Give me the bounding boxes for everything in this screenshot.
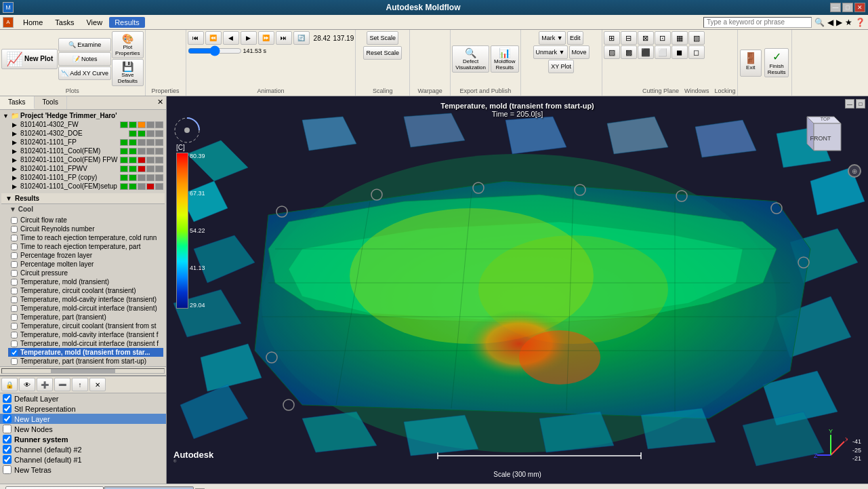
tree-item-6[interactable]: ▶ 8102401-1101_FP (copy) [1, 173, 165, 182]
exit-button[interactable]: 🚪 Exit [740, 50, 762, 77]
result-item-12[interactable]: Temperature, circuit coolant (transient … [8, 321, 163, 330]
result-item-4[interactable]: Percentage frozen layer [8, 251, 163, 260]
result-cb-4[interactable] [11, 252, 18, 259]
h-scrollbar[interactable] [1, 368, 165, 374]
layer-cb-2[interactable] [3, 414, 12, 423]
tree-item-1[interactable]: ▶ 8102401-4302_DOE [1, 129, 165, 138]
result-item-15[interactable]: Temperature, mold (transient from star..… [8, 348, 163, 357]
close-button[interactable]: ✕ [854, 3, 865, 12]
h-scrollbar-thumb[interactable] [51, 369, 116, 373]
icon-btn-11[interactable]: ◼ [671, 45, 688, 59]
layer-item-7[interactable]: New Tetras [0, 465, 166, 475]
mark-button[interactable]: Mark ▼ [539, 31, 565, 45]
anim-step-back[interactable]: ⏪ [205, 31, 222, 45]
result-item-0[interactable]: Circuit flow rate [8, 216, 163, 224]
xy-plot-button[interactable]: XY Plot [548, 60, 574, 73]
zoom-control[interactable]: ⊕ [848, 164, 861, 178]
icon-btn-2[interactable]: ⊟ [621, 31, 637, 45]
result-cb-14[interactable] [11, 340, 18, 347]
search-input[interactable] [703, 17, 812, 28]
icon-btn-3[interactable]: ⊠ [638, 31, 654, 45]
result-item-6[interactable]: Circuit pressure [8, 269, 163, 277]
anim-step-fwd[interactable]: ⏩ [258, 31, 274, 45]
result-item-5[interactable]: Percentage molten layer [8, 260, 163, 269]
search-icon[interactable]: 🔍 [814, 18, 825, 27]
layer-cb-3[interactable] [3, 425, 12, 433]
tree-item-3[interactable]: ▶ 8102401-1101_Cool(FEM) [1, 146, 165, 155]
nav-fwd-icon[interactable]: ▶ [836, 18, 842, 27]
result-item-13[interactable]: Temperature, mold-cavity interface (tran… [8, 330, 163, 339]
menu-tasks[interactable]: Tasks [49, 17, 79, 28]
viewport-minimize-button[interactable]: — [845, 99, 854, 109]
project-root[interactable]: ▼ 📁 Project 'Hedge Trimmer_Haro' [1, 111, 165, 120]
result-cb-13[interactable] [11, 332, 18, 338]
layer-cb-5[interactable] [3, 445, 12, 454]
layer-btn-5[interactable]: ↑ [72, 378, 88, 391]
expand-1[interactable]: ▶ [12, 130, 20, 137]
anim-skip-end[interactable]: ⏭ [276, 31, 292, 45]
expand-3[interactable]: ▶ [12, 148, 20, 155]
expand-2[interactable]: ▶ [12, 139, 20, 146]
expand-6[interactable]: ▶ [12, 174, 20, 181]
maximize-button[interactable]: □ [842, 3, 853, 12]
result-item-11[interactable]: Temperature, part (transient) [8, 313, 163, 321]
layer-item-1[interactable]: Stl Representation [0, 404, 166, 414]
viewport-maximize-button[interactable]: □ [856, 99, 865, 109]
layer-item-5[interactable]: Channel (default) #2 [0, 444, 166, 454]
result-item-16[interactable]: Temperature, part (transient from start-… [8, 357, 163, 366]
expand-5[interactable]: ▶ [12, 165, 20, 172]
layer-btn-2[interactable]: 👁 [19, 378, 35, 391]
unmark-button[interactable]: Unmark ▼ [533, 45, 568, 59]
anim-skip-start[interactable]: ⏮ [188, 31, 204, 45]
add-xy-curve-button[interactable]: 📉 Add XY Curve [58, 66, 111, 80]
result-cb-5[interactable] [11, 261, 18, 268]
result-item-10[interactable]: Temperature, mold-circuit interface (tra… [8, 304, 163, 313]
result-item-14[interactable]: Temperature, mold-circuit interface (tra… [8, 339, 163, 348]
minimize-button[interactable]: — [830, 3, 841, 12]
expand-4[interactable]: ▶ [12, 157, 20, 163]
result-cb-7[interactable] [11, 279, 18, 286]
result-cb-1[interactable] [11, 226, 18, 233]
anim-loop[interactable]: 🔄 [293, 31, 310, 45]
layer-item-3[interactable]: New Nodes [0, 424, 166, 434]
icon-btn-8[interactable]: ▩ [621, 45, 637, 59]
panel-close-button[interactable]: ✕ [154, 96, 166, 109]
result-cb-12[interactable] [11, 323, 18, 330]
menu-results[interactable]: Results [109, 17, 145, 28]
layer-btn-1[interactable]: 🔒 [1, 378, 18, 391]
layer-cb-6[interactable] [3, 455, 12, 464]
taskbar-item-1[interactable]: 📊 8102401-1101_Cool... [104, 486, 194, 490]
layer-cb-0[interactable] [3, 394, 12, 403]
tree-item-4[interactable]: ▶ 8102401-1101_Cool(FEM) FPW [1, 155, 165, 164]
result-cb-8[interactable] [11, 288, 18, 294]
layer-cb-1[interactable] [3, 404, 12, 413]
result-item-2[interactable]: Time to reach ejection temperature, cold… [8, 233, 163, 242]
icon-btn-10[interactable]: ⬜ [655, 45, 671, 59]
expand-7[interactable]: ▶ [12, 183, 20, 190]
bookmark-icon[interactable]: ★ [845, 18, 852, 27]
tasks-tab[interactable]: Tasks [0, 96, 35, 109]
layer-item-4[interactable]: Runner system [0, 434, 166, 444]
edit-button[interactable]: Edit [567, 31, 583, 45]
layer-cb-4[interactable] [3, 435, 12, 444]
help-icon[interactable]: ❓ [855, 18, 865, 27]
tree-item-0[interactable]: ▶ 8101401-4302_FW [1, 120, 165, 129]
defect-visualization-button[interactable]: 🔍 DefectVisualization [452, 45, 489, 73]
menu-view[interactable]: View [81, 17, 108, 28]
result-cb-16[interactable] [11, 358, 18, 365]
expand-icon[interactable]: ▼ [3, 113, 11, 119]
icon-btn-6[interactable]: ▧ [688, 31, 705, 45]
layer-item-2[interactable]: New Layer [0, 414, 166, 424]
result-cb-6[interactable] [11, 270, 18, 277]
examine-button[interactable]: 🔍 Examine [58, 38, 111, 52]
icon-btn-5[interactable]: ▦ [671, 31, 688, 45]
layer-item-6[interactable]: Channel (default) #1 [0, 454, 166, 465]
taskbar-item-0[interactable]: 🔷 Autodesk Moldflow Insi... [5, 486, 104, 490]
plot-properties-button[interactable]: 🎨 PlotProperties [112, 31, 143, 58]
icon-btn-9[interactable]: ⬛ [638, 45, 654, 59]
tree-item-7[interactable]: ▶ 8102401-1101_Cool(FEM)setup [1, 182, 165, 191]
new-plot-button[interactable]: 📈 New Plot [1, 49, 58, 69]
result-item-1[interactable]: Circuit Reynolds number [8, 224, 163, 233]
result-cb-11[interactable] [11, 314, 18, 321]
anim-play-back[interactable]: ◀ [223, 31, 239, 45]
